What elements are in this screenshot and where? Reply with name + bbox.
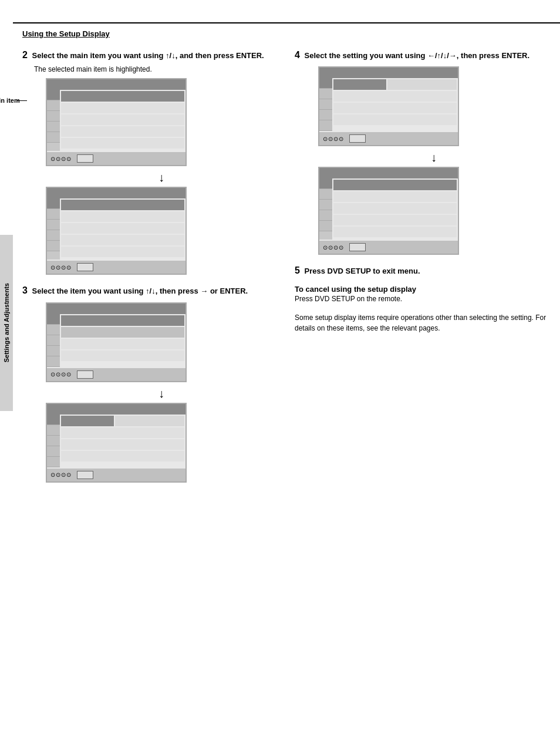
sidebar-item-5 <box>47 132 60 143</box>
step5-number: 5 <box>295 265 300 275</box>
screen5-rows <box>332 78 458 131</box>
nav-box-2 <box>77 263 93 271</box>
screen2-body <box>47 198 185 260</box>
screen6-rows <box>332 178 458 240</box>
sidebar-item-4 <box>47 122 60 132</box>
screen2-header <box>47 188 185 198</box>
step4-section: 4 Select the setting you want using ←/↑/… <box>295 49 549 255</box>
screen5-row4 <box>333 114 457 125</box>
screen5-sidebar <box>319 78 332 131</box>
screen2-bottom: ⊙ ⊙ ⊙ ⊙ <box>47 261 185 274</box>
nav-box-6 <box>349 243 366 251</box>
step5-header: 5 Press DVD SETUP to exit menu. <box>295 264 549 277</box>
screen4-row4 <box>61 451 184 461</box>
screen6-sidebar <box>319 178 332 240</box>
screen3-sidebar-item-4 <box>47 346 60 356</box>
side-tab: Settings and Adjustments <box>0 235 13 411</box>
screen6-row2 <box>333 191 457 202</box>
side-tab-label: Settings and Adjustments <box>3 283 10 362</box>
screen1-row5 <box>61 138 184 149</box>
screen6-row4 <box>333 215 457 225</box>
screen3-row3 <box>61 339 184 349</box>
screen3-sidebar <box>47 314 60 367</box>
note-text: Some setup display items require operati… <box>295 312 549 333</box>
nav-icon4-left: ⊙ <box>50 471 55 478</box>
step3-screen2-container: ⊙ ⊙ ⊙ ⊙ <box>22 403 277 483</box>
nav-icon3-left: ⊙ <box>50 371 55 378</box>
screen2-sidebar <box>47 198 60 260</box>
screen2-row1 <box>61 200 184 210</box>
screen2-row4 <box>61 235 184 245</box>
step2-text: Select the main item you want using ↑/↓,… <box>32 51 264 60</box>
screen4-split-row <box>61 416 184 426</box>
nav-icon6-up: ⊙ <box>328 244 333 251</box>
cancel-section: To cancel using the setup display Press … <box>295 285 549 303</box>
nav-icon6-right: ⊙ <box>339 244 343 251</box>
nav-icon5-right: ⊙ <box>339 136 343 142</box>
nav-icons-3: ⊙ ⊙ ⊙ ⊙ <box>50 371 71 378</box>
nav-icon4-down: ⊙ <box>61 471 66 478</box>
two-column-layout: 2 Select the main item you want using ↑/… <box>22 49 549 487</box>
screen4-header <box>47 404 185 415</box>
nav-box-5 <box>349 134 366 143</box>
screen5-bottom: ⊙ ⊙ ⊙ ⊙ <box>319 132 458 145</box>
nav-icon-right: ⊙ <box>66 156 71 162</box>
section-title: Using the Setup Display <box>22 29 549 38</box>
split-row-left <box>61 416 114 426</box>
screen2-sidebar-item-5 <box>47 241 60 251</box>
screen2-row5 <box>61 247 184 257</box>
step4-screen2: ⊙ ⊙ ⊙ ⊙ <box>318 167 459 255</box>
nav-icons-2: ⊙ ⊙ ⊙ ⊙ <box>50 264 71 271</box>
nav-icon6-down: ⊙ <box>333 244 338 251</box>
screen4-sidebar-item-2 <box>47 425 60 436</box>
screen5-split-row <box>333 79 457 90</box>
screen1-bottom: ⊙ ⊙ ⊙ ⊙ <box>47 152 185 165</box>
step3-header: 3 Select the item you want using ↑/↓, th… <box>22 284 277 297</box>
step3-screen2: ⊙ ⊙ ⊙ ⊙ <box>46 403 187 483</box>
nav-icon5-up: ⊙ <box>328 136 333 142</box>
screen6-bottom: ⊙ ⊙ ⊙ ⊙ <box>319 241 458 254</box>
screen4-sidebar-item-4 <box>47 446 60 457</box>
arrow1: ↓ <box>46 171 277 184</box>
nav-icon4-right: ⊙ <box>66 471 71 478</box>
screen5-body <box>319 78 458 131</box>
step2-section: 2 Select the main item you want using ↑/… <box>22 49 277 275</box>
screen3-sidebar-item-3 <box>47 335 60 346</box>
step2-screen2-container: ⊙ ⊙ ⊙ ⊙ <box>22 187 277 275</box>
nav-icon6-left: ⊙ <box>323 244 328 251</box>
step3-text: Select the item you want using ↑/↓, then… <box>32 287 248 295</box>
cancel-text: Press DVD SETUP on the remote. <box>295 295 549 303</box>
step2-header: 2 Select the main item you want using ↑/… <box>22 49 277 62</box>
main-item-line <box>16 100 27 101</box>
arrow3: ↓ <box>318 151 549 164</box>
screen3-sidebar-item-1 <box>47 314 60 325</box>
screen6-sidebar-item-5 <box>319 221 332 231</box>
screen3-bottom: ⊙ ⊙ ⊙ ⊙ <box>47 368 185 381</box>
step3-number: 3 <box>22 285 28 295</box>
right-column: 4 Select the setting you want using ←/↑/… <box>295 49 549 487</box>
step3-screen1-container: ⊙ ⊙ ⊙ ⊙ <box>22 302 277 382</box>
nav-icon5-down: ⊙ <box>333 136 338 142</box>
step4-header: 4 Select the setting you want using ←/↑/… <box>295 49 549 62</box>
screen1-row1 <box>61 91 184 102</box>
screen1-body <box>47 90 185 151</box>
screen1-sidebar <box>47 90 60 151</box>
nav-icon-down: ⊙ <box>61 156 66 162</box>
step5-text: Press DVD SETUP to exit menu. <box>305 267 420 275</box>
screen1-rows <box>60 90 185 151</box>
screen1-row2 <box>61 103 184 113</box>
screen3-row2 <box>61 327 184 338</box>
step2-screen1: ⊙ ⊙ ⊙ ⊙ <box>46 78 187 166</box>
screen2-rows <box>60 198 185 260</box>
left-column: 2 Select the main item you want using ↑/… <box>22 49 277 487</box>
arrow2: ↓ <box>46 387 277 400</box>
screen5-split-row-left <box>333 79 386 90</box>
screen5-sidebar-item-5 <box>319 120 332 131</box>
screen2-sidebar-item-1 <box>47 198 60 209</box>
nav-icon3-down: ⊙ <box>61 371 66 378</box>
screen5-row3 <box>333 103 457 113</box>
screen3-row1 <box>61 315 184 326</box>
nav-icons-5: ⊙ ⊙ ⊙ ⊙ <box>323 136 343 142</box>
step3-section: 3 Select the item you want using ↑/↓, th… <box>22 284 277 482</box>
screen6-sidebar-item-1 <box>319 178 332 189</box>
